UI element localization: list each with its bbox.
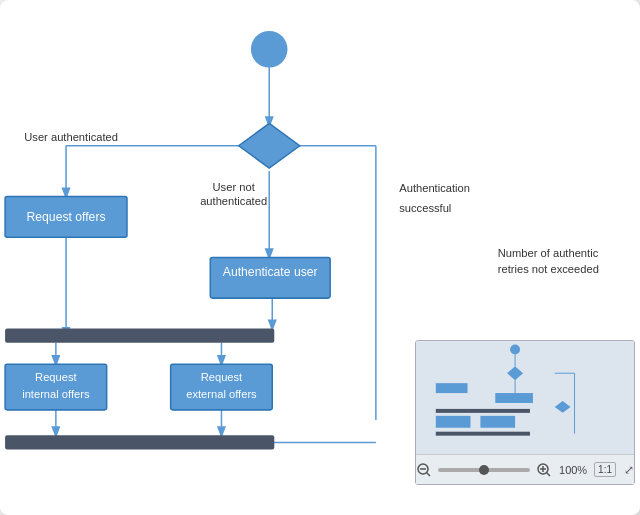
label-user-not-auth-1: User not <box>213 181 256 193</box>
svg-rect-24 <box>480 416 515 428</box>
svg-line-30 <box>427 472 431 476</box>
minimap-panel: 100% 1:1 ⤢ <box>415 340 635 485</box>
svg-point-16 <box>510 344 520 354</box>
svg-rect-23 <box>436 416 471 428</box>
fork-bar-1 <box>5 329 274 343</box>
diagram-canvas: Request offers Authenticate user Request… <box>0 0 640 515</box>
label-authentication: Authentication <box>399 182 470 194</box>
label-retries-2: retries not exceeded <box>498 263 599 275</box>
request-offers-label: Request offers <box>27 210 106 224</box>
svg-rect-19 <box>436 383 468 393</box>
zoom-slider[interactable] <box>438 468 530 472</box>
minimap-svg <box>416 341 634 456</box>
join-bar-2 <box>5 435 274 449</box>
label-user-not-auth-2: authenticated <box>200 195 267 207</box>
zoom-bar: 100% 1:1 ⤢ <box>416 454 634 484</box>
svg-rect-25 <box>436 432 530 436</box>
zoom-label: 100% <box>558 464 588 476</box>
svg-rect-21 <box>495 393 533 403</box>
authenticate-user-label: Authenticate user <box>223 265 318 279</box>
label-auth-successful: successful <box>399 202 451 214</box>
svg-text:external offers: external offers <box>186 388 257 400</box>
svg-line-33 <box>547 472 551 476</box>
zoom-slider-thumb <box>479 465 489 475</box>
label-user-authenticated: User authenticated <box>24 131 118 143</box>
request-internal-label: Request <box>35 371 77 383</box>
decision-diamond <box>239 123 300 168</box>
start-node <box>251 31 288 68</box>
label-retries-1: Number of authentic <box>498 248 599 260</box>
svg-text:internal offers: internal offers <box>22 388 90 400</box>
request-external-label: Request <box>201 371 243 383</box>
svg-rect-22 <box>436 409 530 413</box>
expand-icon[interactable]: ⤢ <box>624 463 634 477</box>
zoom-in-button[interactable] <box>536 460 552 480</box>
fit-button[interactable]: 1:1 <box>594 462 616 477</box>
zoom-out-button[interactable] <box>416 460 432 480</box>
